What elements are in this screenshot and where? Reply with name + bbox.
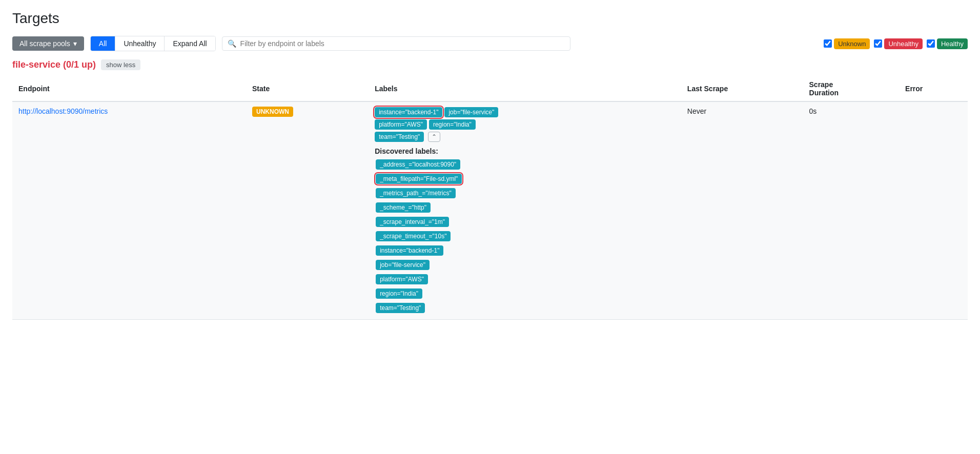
dl-scrape-timeout: _scrape_timeout_="10s" [376, 231, 451, 241]
label-region: region="India" [429, 119, 476, 130]
label-tags-row2: platform="AWS" region="India" [375, 119, 675, 130]
labels-cell: instance="backend-1" job="file-service" … [369, 101, 681, 320]
search-icon: 🔍 [228, 39, 236, 48]
dl-row-scheme: _scheme_="http" [375, 201, 675, 214]
endpoint-link[interactable]: http://localhost:9090/metrics [18, 107, 108, 115]
unknown-badge: Unknown [834, 38, 870, 49]
dl-region: region="India" [376, 288, 422, 299]
status-filter-unhealthy: Unhealthy [874, 38, 923, 49]
status-filter-unknown: Unknown [824, 38, 870, 49]
dl-job: job="file-service" [376, 260, 430, 270]
dl-metrics-path: _metrics_path_="/metrics" [376, 188, 456, 198]
dl-row-region: region="India" [375, 287, 675, 300]
dl-team: team="Testing" [376, 303, 425, 313]
targets-table: Endpoint State Labels Last Scrape Scrape… [12, 76, 968, 320]
label-tags-row3: team="Testing" ⌃ [375, 132, 675, 142]
collapse-labels-button[interactable]: ⌃ [428, 132, 440, 142]
unhealthy-checkbox[interactable] [874, 39, 882, 48]
header-labels: Labels [369, 76, 681, 101]
dl-row-job: job="file-service" [375, 259, 675, 271]
header-state: State [246, 76, 369, 101]
header-scrape-duration: ScrapeDuration [803, 76, 900, 101]
dl-instance: instance="backend-1" [376, 245, 443, 256]
dl-row-address: _address_="localhost:9090" [375, 158, 675, 171]
search-input[interactable] [240, 39, 565, 48]
state-cell: UNKNOWN [246, 101, 369, 320]
dl-filepath: _meta_filepath="File-sd.yml" [376, 174, 462, 184]
healthy-badge: Healthy [937, 38, 968, 49]
search-container: 🔍 [222, 36, 570, 51]
toolbar: All scrape pools All Unhealthy Expand Al… [12, 36, 968, 51]
filter-expand-all-button[interactable]: Expand All [165, 36, 215, 51]
dl-row-scrape-interval: _scrape_interval_="1m" [375, 216, 675, 228]
label-job: job="file-service" [444, 107, 498, 117]
scrape-duration-value: 0s [809, 107, 817, 115]
last-scrape-cell: Never [681, 101, 803, 320]
header-endpoint: Endpoint [12, 76, 246, 101]
discovered-labels-list: _address_="localhost:9090" _meta_filepat… [375, 158, 675, 314]
dl-scheme: _scheme_="http" [376, 202, 431, 213]
healthy-checkbox[interactable] [927, 39, 935, 48]
service-title: file-service (0/1 up) [12, 59, 96, 70]
dl-row-filepath: _meta_filepath="File-sd.yml" [375, 173, 675, 185]
scrape-pool-dropdown[interactable]: All scrape pools [12, 36, 84, 51]
filter-group: All Unhealthy Expand All [90, 36, 216, 51]
error-cell [899, 101, 968, 320]
label-team: team="Testing" [375, 132, 424, 142]
status-filter-healthy: Healthy [927, 38, 968, 49]
dl-row-platform: platform="AWS" [375, 273, 675, 285]
show-less-button[interactable]: show less [101, 59, 140, 70]
endpoint-cell: http://localhost:9090/metrics [12, 101, 246, 320]
filter-unhealthy-button[interactable]: Unhealthy [115, 36, 165, 51]
dl-row-team: team="Testing" [375, 302, 675, 314]
state-badge: UNKNOWN [252, 107, 293, 117]
unhealthy-badge: Unhealthy [884, 38, 923, 49]
label-instance: instance="backend-1" [375, 107, 442, 117]
header-error: Error [899, 76, 968, 101]
label-platform: platform="AWS" [375, 119, 427, 130]
service-header: file-service (0/1 up) show less [12, 59, 968, 70]
discovered-labels-title: Discovered labels: [375, 147, 675, 155]
last-scrape-value: Never [687, 107, 706, 115]
dl-address: _address_="localhost:9090" [376, 159, 460, 170]
dl-row-scrape-timeout: _scrape_timeout_="10s" [375, 230, 675, 242]
unknown-checkbox[interactable] [824, 39, 832, 48]
header-last-scrape: Last Scrape [681, 76, 803, 101]
dl-row-metrics-path: _metrics_path_="/metrics" [375, 187, 675, 199]
scrape-duration-cell: 0s [803, 101, 900, 320]
table-row: http://localhost:9090/metrics UNKNOWN in… [12, 101, 968, 320]
status-filters: Unknown Unhealthy Healthy [824, 38, 968, 49]
table-header-row: Endpoint State Labels Last Scrape Scrape… [12, 76, 968, 101]
label-tags-row1: instance="backend-1" job="file-service" [375, 107, 675, 117]
dl-row-instance: instance="backend-1" [375, 244, 675, 257]
dl-platform: platform="AWS" [376, 274, 428, 284]
filter-all-button[interactable]: All [91, 36, 116, 51]
page-title: Targets [12, 10, 968, 27]
dl-scrape-interval: _scrape_interval_="1m" [376, 217, 449, 227]
